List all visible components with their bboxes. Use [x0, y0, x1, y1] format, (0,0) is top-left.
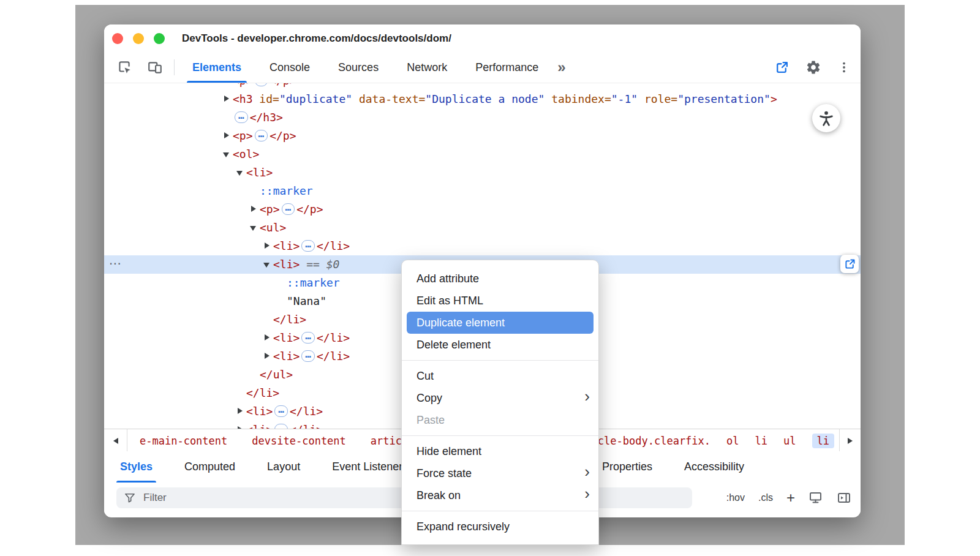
- code-tag: </li>: [317, 331, 350, 344]
- square-arrow-icon[interactable]: [774, 60, 790, 75]
- inline-expand-icon[interactable]: …: [282, 203, 295, 215]
- indent-spacer: [250, 182, 260, 200]
- breadcrumb-item-ul[interactable]: ul: [783, 435, 796, 447]
- breadcrumb-scroll-right-button[interactable]: [839, 429, 861, 452]
- menu-item-add-attribute[interactable]: Add attribute: [402, 268, 598, 290]
- code-pseudo: ::marker: [287, 276, 340, 289]
- disclosure-collapsed-icon[interactable]: [223, 127, 233, 145]
- disclosure-expanded-icon[interactable]: [223, 145, 233, 163]
- dom-tree-row[interactable]: <li>…</li>: [104, 237, 861, 255]
- minimize-button[interactable]: [133, 33, 144, 44]
- disclosure-collapsed-icon[interactable]: [263, 237, 273, 255]
- tab-accessibility[interactable]: Accessibility: [668, 451, 760, 483]
- code-tag: <li>: [273, 258, 300, 271]
- submenu-chevron-icon: ›: [584, 462, 590, 481]
- dom-tree-row[interactable]: <ul>: [104, 219, 861, 237]
- menu-item-edit-as-html[interactable]: Edit as HTML: [402, 290, 598, 312]
- breadcrumb-scroll-left-button[interactable]: [104, 429, 127, 452]
- inline-expand-icon[interactable]: …: [274, 424, 288, 429]
- disclosure-collapsed-icon[interactable]: [263, 329, 273, 347]
- menu-item-hide-element[interactable]: Hide element: [402, 440, 598, 462]
- code-tag: </ul>: [260, 368, 293, 381]
- menu-item-duplicate-element[interactable]: Duplicate element: [407, 312, 594, 334]
- dom-tree-row[interactable]: …</h3>: [104, 108, 861, 127]
- code-val: "presentation": [677, 92, 771, 105]
- tab-styles[interactable]: Styles: [104, 451, 168, 483]
- kebab-menu-icon[interactable]: [837, 60, 851, 75]
- scroll-into-view-button[interactable]: [840, 255, 859, 273]
- dom-tree-row[interactable]: <li>: [104, 163, 861, 182]
- breadcrumb-item-e-main-content[interactable]: e-main-content: [140, 435, 227, 447]
- new-style-rule-button[interactable]: +: [786, 490, 795, 505]
- tab-performance[interactable]: Performance: [461, 52, 552, 83]
- menu-divider: [402, 360, 598, 361]
- disclosure-expanded-icon[interactable]: [263, 255, 273, 274]
- tab-computed[interactable]: Computed: [168, 451, 251, 483]
- dom-tree-row[interactable]: <p>…</p>: [104, 83, 861, 90]
- zoom-button[interactable]: [154, 33, 165, 44]
- inline-expand-icon[interactable]: …: [255, 130, 268, 141]
- dom-tree-row[interactable]: <p>…</p>: [104, 200, 861, 219]
- dom-tree-row[interactable]: <p>…</p>: [104, 127, 861, 145]
- code-tag: <li>: [273, 350, 300, 363]
- breadcrumb-item-li[interactable]: li: [755, 435, 767, 447]
- rendering-emulations-icon[interactable]: [809, 490, 823, 505]
- toolbar-divider: [174, 59, 175, 75]
- toggle-sidebar-icon[interactable]: [837, 490, 851, 505]
- inspect-element-icon[interactable]: [116, 59, 132, 75]
- disclosure-collapsed-icon[interactable]: [263, 347, 273, 366]
- code-val: "-1": [611, 92, 638, 105]
- code-tag: </li>: [273, 313, 306, 326]
- gear-icon[interactable]: [805, 59, 821, 75]
- disclosure-collapsed-icon[interactable]: [223, 90, 233, 108]
- menu-item-label: Expand recursively: [417, 520, 510, 533]
- menu-item-force-state[interactable]: Force state›: [402, 462, 598, 484]
- inline-expand-icon[interactable]: …: [274, 405, 288, 417]
- inline-expand-icon[interactable]: …: [301, 240, 315, 252]
- disclosure-collapsed-icon[interactable]: [236, 421, 246, 429]
- inline-expand-icon[interactable]: …: [301, 332, 315, 344]
- menu-item-label: Duplicate element: [417, 317, 505, 329]
- disclosure-expanded-icon[interactable]: [236, 163, 246, 182]
- code-attr: id=: [253, 92, 279, 105]
- chevron-left-icon: [113, 438, 118, 444]
- tab-console[interactable]: Console: [255, 52, 324, 83]
- tab-network[interactable]: Network: [393, 52, 461, 83]
- menu-item-cut[interactable]: Cut: [402, 365, 598, 387]
- disclosure-expanded-icon[interactable]: [250, 219, 260, 237]
- accessibility-shortcut-button[interactable]: [812, 104, 840, 132]
- breadcrumb-item-li[interactable]: li: [812, 434, 834, 448]
- row-options-icon[interactable]: ⋯: [109, 254, 121, 272]
- toggle-element-state-button[interactable]: :hov: [726, 492, 745, 503]
- code-tag: </li>: [317, 350, 350, 363]
- chevron-right-icon: [848, 438, 853, 444]
- dom-tree-row[interactable]: <ol>: [104, 145, 861, 163]
- device-toolbar-icon[interactable]: [147, 59, 163, 75]
- dom-tree-row[interactable]: <h3 id="duplicate" data-text="Duplicate …: [104, 90, 861, 108]
- disclosure-collapsed-icon[interactable]: [250, 200, 260, 219]
- inline-expand-icon[interactable]: …: [235, 111, 248, 123]
- code-attr: data-text=: [352, 92, 425, 105]
- inline-expand-icon[interactable]: …: [255, 83, 268, 86]
- menu-item-label: Hide element: [417, 445, 481, 458]
- disclosure-collapsed-icon[interactable]: [236, 402, 246, 421]
- menu-item-delete-element[interactable]: Delete element: [402, 334, 598, 356]
- menu-item-collapse-children[interactable]: Collapse children: [402, 538, 598, 545]
- code-tag: <p>: [233, 83, 253, 87]
- breadcrumb-item-ol[interactable]: ol: [726, 435, 739, 447]
- disclosure-collapsed-icon[interactable]: [223, 83, 233, 90]
- menu-item-break-on[interactable]: Break on›: [402, 484, 598, 506]
- inline-expand-icon[interactable]: …: [301, 350, 315, 362]
- code-tag: <li>: [273, 239, 300, 252]
- menu-item-copy[interactable]: Copy›: [402, 387, 598, 409]
- tab-sources[interactable]: Sources: [324, 52, 393, 83]
- tab-layout[interactable]: Layout: [251, 451, 316, 483]
- menu-item-expand-recursively[interactable]: Expand recursively: [402, 516, 598, 538]
- close-button[interactable]: [112, 33, 123, 44]
- tab-elements[interactable]: Elements: [178, 52, 255, 83]
- breadcrumb-item-devsite-content[interactable]: devsite-content: [252, 435, 346, 447]
- element-classes-button[interactable]: .cls: [758, 492, 773, 503]
- more-tabs-icon[interactable]: »: [557, 59, 564, 76]
- dom-tree-row[interactable]: ::marker: [104, 182, 861, 200]
- menu-item-label: Add attribute: [417, 272, 479, 285]
